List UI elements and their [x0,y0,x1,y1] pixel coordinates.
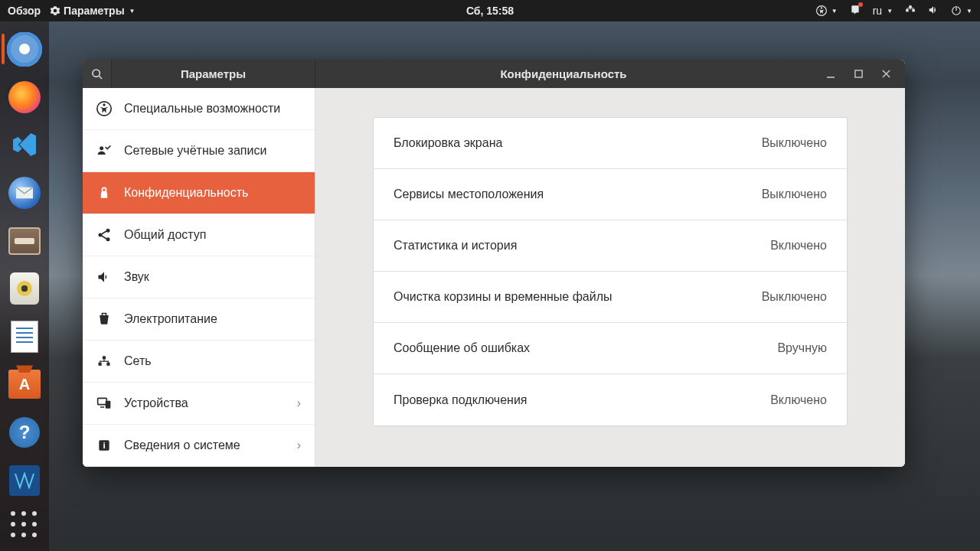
app-menu-label: Параметры [64,5,125,17]
row-label: Статистика и история [394,239,517,253]
sidebar-item-sharing[interactable]: Общий доступ [83,214,315,256]
volume-icon[interactable] [928,5,939,18]
chevron-right-icon: › [297,439,301,452]
gear-icon [50,5,60,16]
privacy-list: Блокировка экранаВыключеноСервисы местоп… [373,117,848,426]
privacy-row[interactable]: Блокировка экранаВыключено [374,118,847,169]
privacy-row[interactable]: Сервисы местоположенияВыключено [374,169,847,220]
sidebar-item-label: Устройства [124,396,188,410]
row-label: Сообщение об ошибках [394,341,530,355]
sidebar: Специальные возможностиСетевые учётные з… [83,88,315,467]
row-status: Выключено [762,187,827,201]
window-controls [812,60,905,88]
row-status: Вручную [777,341,827,355]
sidebar-title: Параметры [112,60,315,88]
row-label: Блокировка экрана [394,136,502,150]
row-status: Выключено [762,136,827,150]
dock-app-firefox[interactable] [6,80,43,115]
notification-icon[interactable] [850,5,861,18]
svg-rect-18 [98,398,107,404]
sidebar-item-devices[interactable]: Устройства› [83,383,315,425]
svg-point-14 [106,237,110,241]
svg-rect-4 [909,5,912,8]
svg-rect-17 [103,356,106,359]
sharing-icon [96,227,112,243]
svg-point-10 [100,146,103,150]
privacy-row[interactable]: Очистка корзины и временные файлыВыключе… [374,272,847,323]
sidebar-item-network[interactable]: Сеть [83,341,315,383]
input-source-menu[interactable]: ru ▼ [873,5,893,17]
network-icon[interactable] [905,5,916,18]
sidebar-item-label: Сведения о системе [124,439,240,452]
app-menu[interactable]: Параметры ▼ [50,5,135,17]
svg-point-12 [99,233,103,237]
privacy-icon [96,185,112,201]
svg-rect-16 [106,363,109,366]
svg-point-6 [93,70,100,77]
sidebar-item-label: Звук [124,270,149,284]
privacy-row[interactable]: Статистика и историяВключено [374,220,847,272]
row-status: Выключено [762,290,827,304]
privacy-row[interactable]: Проверка подключенияВключено [374,374,847,425]
accessibility-icon [96,101,112,116]
svg-rect-3 [912,8,915,11]
row-label: Проверка подключения [394,393,528,407]
info-icon: i [96,438,112,453]
titlebar: Параметры Конфиденциальность [83,60,905,88]
dock-app-files[interactable] [6,223,43,258]
devices-icon [96,396,112,411]
sidebar-item-label: Специальные возможности [124,102,280,116]
row-label: Очистка корзины и временные файлы [394,290,612,304]
svg-rect-7 [854,70,861,77]
close-button[interactable] [880,69,891,80]
sidebar-item-label: Сетевые учётные записи [124,144,266,158]
maximize-button[interactable] [853,69,864,80]
minimize-button[interactable] [825,69,836,80]
dock-app-chromium[interactable] [6,32,43,67]
svg-point-1 [821,7,822,8]
dock-app-libreoffice-writer[interactable] [6,320,43,354]
svg-point-9 [103,103,105,106]
top-bar: Обзор Параметры ▼ Сб, 15:58 ▼ ru ▼ [0,0,980,21]
privacy-row[interactable]: Сообщение об ошибкахВручную [374,323,847,374]
sidebar-item-label: Общий доступ [124,228,207,242]
input-source-label: ru [873,5,882,17]
sidebar-item-info[interactable]: iСведения о системе› [83,425,315,467]
sidebar-item-power[interactable]: Электропитание [83,298,315,341]
dock-app-rhythmbox[interactable] [6,272,43,306]
svg-text:i: i [103,440,105,450]
sidebar-item-sound[interactable]: Звук [83,256,315,298]
sidebar-item-label: Сеть [124,354,152,368]
dock: A ? [0,21,49,551]
sound-icon [96,269,112,285]
sidebar-item-label: Конфиденциальность [124,186,248,200]
search-button[interactable] [83,60,112,88]
svg-point-13 [106,229,110,233]
panel-title: Конфиденциальность [315,60,812,88]
power-icon [96,311,112,327]
show-apps-button[interactable] [11,511,38,539]
row-status: Включено [770,239,827,253]
power-menu[interactable]: ▼ [951,5,972,16]
sidebar-item-accounts[interactable]: Сетевые учётные записи [83,130,315,172]
svg-rect-2 [906,8,909,11]
row-status: Включено [770,393,827,407]
row-label: Сервисы местоположения [394,187,544,201]
chevron-down-icon: ▼ [129,8,136,15]
accessibility-menu[interactable]: ▼ [816,5,838,16]
settings-window: Параметры Конфиденциальность Специальные… [83,60,905,467]
dock-app-thunderbird[interactable] [6,176,43,210]
dock-app-software[interactable]: A [6,367,43,402]
dock-app-vscode[interactable] [6,128,43,162]
sidebar-item-label: Электропитание [124,312,217,326]
privacy-panel: Блокировка экранаВыключеноСервисы местоп… [315,88,905,467]
sidebar-item-privacy[interactable]: Конфиденциальность [83,172,315,214]
activities-button[interactable]: Обзор [8,5,41,17]
dock-app-help[interactable]: ? [6,416,43,450]
sidebar-item-accessibility[interactable]: Специальные возможности [83,88,315,130]
clock[interactable]: Сб, 15:58 [466,5,514,17]
chevron-right-icon: › [297,396,301,410]
accounts-icon [96,143,112,158]
network-icon [96,354,112,369]
dock-app-virtualbox[interactable] [6,463,43,497]
